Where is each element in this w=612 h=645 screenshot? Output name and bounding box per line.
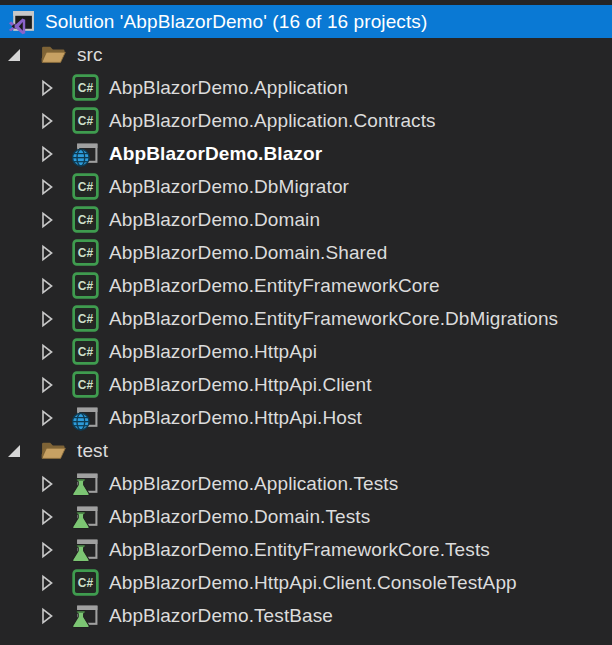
tree-row-label: AbpBlazorDemo.Application — [109, 77, 348, 99]
tree-row-label: AbpBlazorDemo.Domain.Shared — [109, 242, 387, 264]
expander-collapsed-icon[interactable] — [40, 599, 72, 632]
row-indent — [8, 483, 40, 484]
row-indent — [8, 186, 40, 187]
test-icon — [72, 602, 99, 629]
row-indent — [8, 252, 40, 253]
tree-row[interactable]: C# AbpBlazorDemo.Application — [0, 71, 612, 104]
folder-open-icon — [40, 41, 67, 68]
row-indent — [8, 384, 40, 385]
tree-row[interactable]: src — [0, 38, 612, 71]
row-indent — [8, 351, 40, 352]
tree-row[interactable]: AbpBlazorDemo.TestBase — [0, 599, 612, 632]
csharp-icon: C# — [72, 569, 99, 596]
tree-row-label: AbpBlazorDemo.HttpApi — [109, 341, 317, 363]
expander-collapsed-icon[interactable] — [40, 467, 72, 500]
row-indent — [8, 615, 40, 616]
tree-row-label: AbpBlazorDemo.HttpApi.Client.ConsoleTest… — [109, 572, 517, 594]
svg-text:C#: C# — [78, 312, 94, 326]
expander-collapsed-icon[interactable] — [40, 500, 72, 533]
tree-row-label: AbpBlazorDemo.Application.Tests — [109, 473, 398, 495]
tree-row[interactable]: C# AbpBlazorDemo.HttpApi.Client.ConsoleT… — [0, 566, 612, 599]
tree-row[interactable]: test — [0, 434, 612, 467]
expander-collapsed-icon[interactable] — [40, 269, 72, 302]
svg-text:C#: C# — [78, 213, 94, 227]
expander-collapsed-icon[interactable] — [40, 368, 72, 401]
csharp-icon: C# — [72, 74, 99, 101]
tree-row[interactable]: Solution 'AbpBlazorDemo' (16 of 16 proje… — [0, 5, 612, 38]
tree-row-label: Solution 'AbpBlazorDemo' (16 of 16 proje… — [45, 11, 427, 33]
csharp-icon: C# — [72, 272, 99, 299]
tree-row[interactable]: C# AbpBlazorDemo.Application.Contracts — [0, 104, 612, 137]
svg-text:C#: C# — [78, 576, 94, 590]
tree-row[interactable]: AbpBlazorDemo.HttpApi.Host — [0, 401, 612, 434]
tree-row[interactable]: C# AbpBlazorDemo.HttpApi — [0, 335, 612, 368]
csharp-icon: C# — [72, 371, 99, 398]
row-indent — [8, 120, 40, 121]
expander-collapsed-icon[interactable] — [40, 335, 72, 368]
row-indent — [8, 516, 40, 517]
csharp-icon: C# — [72, 206, 99, 233]
tree-row[interactable]: C# AbpBlazorDemo.Domain — [0, 203, 612, 236]
csharp-icon: C# — [72, 239, 99, 266]
expander-collapsed-icon[interactable] — [40, 203, 72, 236]
tree-row-label: AbpBlazorDemo.Domain — [109, 209, 320, 231]
solution-icon — [8, 8, 35, 35]
row-indent — [8, 318, 40, 319]
expander-collapsed-icon[interactable] — [40, 533, 72, 566]
tree-row-label: test — [77, 440, 108, 462]
svg-text:C#: C# — [78, 81, 94, 95]
tree-row[interactable]: AbpBlazorDemo.Blazor — [0, 137, 612, 170]
expander-collapsed-icon[interactable] — [40, 566, 72, 599]
row-indent — [8, 87, 40, 88]
row-indent — [8, 582, 40, 583]
tree-row[interactable]: AbpBlazorDemo.EntityFrameworkCore.Tests — [0, 533, 612, 566]
csharp-icon: C# — [72, 338, 99, 365]
tree-row[interactable]: C# AbpBlazorDemo.Domain.Shared — [0, 236, 612, 269]
svg-text:C#: C# — [78, 345, 94, 359]
expander-collapsed-icon[interactable] — [40, 401, 72, 434]
expander-collapsed-icon[interactable] — [40, 236, 72, 269]
web-icon — [72, 404, 99, 431]
row-indent — [8, 219, 40, 220]
row-indent — [8, 153, 40, 154]
tree-row-label: AbpBlazorDemo.Domain.Tests — [109, 506, 370, 528]
test-icon — [72, 503, 99, 530]
expander-collapsed-icon[interactable] — [40, 104, 72, 137]
expander-expanded-icon[interactable] — [8, 434, 40, 467]
svg-text:C#: C# — [78, 378, 94, 392]
test-icon — [72, 536, 99, 563]
tree-row-label: src — [77, 44, 103, 66]
tree-row[interactable]: AbpBlazorDemo.Domain.Tests — [0, 500, 612, 533]
folder-open-icon — [40, 437, 67, 464]
tree-row-label: AbpBlazorDemo.HttpApi.Host — [109, 407, 362, 429]
svg-text:C#: C# — [78, 279, 94, 293]
row-indent — [8, 285, 40, 286]
row-indent — [8, 417, 40, 418]
tree-row[interactable]: C# AbpBlazorDemo.EntityFrameworkCore.DbM… — [0, 302, 612, 335]
web-icon — [72, 140, 99, 167]
csharp-icon: C# — [72, 305, 99, 332]
csharp-icon: C# — [72, 173, 99, 200]
expander-collapsed-icon[interactable] — [40, 170, 72, 203]
tree-row-label: AbpBlazorDemo.Blazor — [109, 143, 322, 165]
tree-row-label: AbpBlazorDemo.HttpApi.Client — [109, 374, 372, 396]
tree-row[interactable]: AbpBlazorDemo.Application.Tests — [0, 467, 612, 500]
tree-row-label: AbpBlazorDemo.DbMigrator — [109, 176, 349, 198]
tree-row-label: AbpBlazorDemo.EntityFrameworkCore.DbMigr… — [109, 308, 558, 330]
test-icon — [72, 470, 99, 497]
expander-collapsed-icon[interactable] — [40, 71, 72, 104]
tree-row[interactable]: C# AbpBlazorDemo.HttpApi.Client — [0, 368, 612, 401]
row-indent — [8, 549, 40, 550]
tree-row-label: AbpBlazorDemo.TestBase — [109, 605, 333, 627]
csharp-icon: C# — [72, 107, 99, 134]
expander-collapsed-icon[interactable] — [40, 137, 72, 170]
expander-expanded-icon[interactable] — [8, 38, 40, 71]
tree-row[interactable]: C# AbpBlazorDemo.DbMigrator — [0, 170, 612, 203]
tree-row-label: AbpBlazorDemo.Application.Contracts — [109, 110, 436, 132]
solution-explorer-tree: Solution 'AbpBlazorDemo' (16 of 16 proje… — [0, 0, 612, 645]
expander-collapsed-icon[interactable] — [40, 302, 72, 335]
svg-text:C#: C# — [78, 114, 94, 128]
svg-text:C#: C# — [78, 246, 94, 260]
tree-row-label: AbpBlazorDemo.EntityFrameworkCore.Tests — [109, 539, 490, 561]
tree-row[interactable]: C# AbpBlazorDemo.EntityFrameworkCore — [0, 269, 612, 302]
